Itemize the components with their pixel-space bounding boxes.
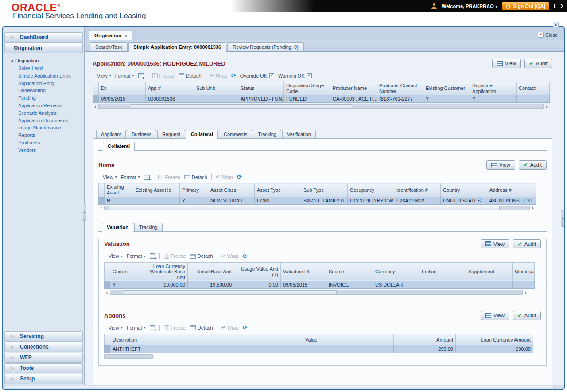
view-button[interactable]: View	[486, 160, 515, 170]
row-selector[interactable]	[99, 197, 105, 204]
column-header-dt[interactable]: Dt	[99, 82, 146, 95]
format-menu[interactable]: Format	[121, 175, 140, 180]
format-menu[interactable]: Format	[127, 325, 146, 330]
audit-button[interactable]: Audit	[519, 160, 547, 170]
refresh-icon[interactable]	[237, 174, 242, 180]
tab-tracking[interactable]: Tracking	[253, 130, 281, 138]
cell[interactable]: INVOICE	[326, 281, 373, 289]
column-header-description[interactable]: Description	[110, 334, 303, 345]
cell[interactable]: 0000001536	[146, 95, 194, 103]
audit-button[interactable]: Audit	[513, 239, 541, 248]
column-header-edition[interactable]: Edition	[419, 262, 466, 281]
refresh-icon[interactable]	[231, 72, 236, 79]
cell[interactable]	[419, 281, 466, 289]
cell[interactable]: APPROVED - FUN...	[238, 95, 284, 103]
cell[interactable]	[303, 345, 394, 353]
cell[interactable]: NEW VEHICLE	[208, 197, 255, 204]
main-tab-search-task[interactable]: Search/Task	[90, 42, 128, 51]
cell[interactable]: US DOLLAR	[373, 281, 419, 289]
view-button[interactable]: View	[492, 59, 521, 68]
tab-comments[interactable]: Comments	[219, 130, 252, 138]
horizontal-scrollbar[interactable]	[93, 103, 549, 109]
cell[interactable]	[513, 281, 535, 289]
audit-button[interactable]: Audit	[524, 59, 552, 68]
scrollbar-thumb[interactable]	[5, 386, 555, 388]
tree-item-producers[interactable]: Producers	[10, 139, 83, 147]
tree-item-image-maintenance[interactable]: Image Maintenance	[10, 124, 83, 132]
scroll-right-icon[interactable]	[523, 290, 528, 295]
column-header-duplicate-application[interactable]: Duplicate Application	[470, 82, 517, 95]
close-tab-icon[interactable]	[124, 33, 128, 38]
wrap-button[interactable]: Wrap	[210, 73, 227, 78]
column-header-address[interactable]: Address #	[487, 183, 536, 197]
export-icon[interactable]	[138, 73, 144, 78]
sidebar-item-origination[interactable]: Origination	[4, 43, 83, 53]
refresh-icon[interactable]	[243, 324, 248, 331]
tab-collateral[interactable]: Collateral	[186, 130, 218, 139]
scroll-left-icon[interactable]	[98, 205, 104, 210]
tab-request[interactable]: Request	[157, 130, 185, 138]
freeze-button[interactable]: Freeze	[152, 73, 175, 78]
column-header-loan-currency-amount[interactable]: Loan Currency Amount	[456, 334, 533, 345]
row-selector[interactable]	[105, 281, 110, 289]
row-selector[interactable]	[93, 95, 99, 103]
column-header-usage-value-amt[interactable]: Usage Value Amt (+)	[234, 262, 281, 281]
cell[interactable]: FUNDED	[284, 95, 330, 103]
cell[interactable]: (818)-761-2277	[377, 95, 423, 103]
table-row[interactable]: NYNEW VEHICLEHOMESINGLE FAMILY H...OCCUP…	[99, 197, 536, 204]
cell[interactable]: Y	[110, 281, 141, 289]
column-header-origination-stage-code[interactable]: Origination Stage Code	[284, 82, 330, 95]
view-menu[interactable]: View	[103, 175, 117, 180]
cell[interactable]: Y	[180, 197, 208, 204]
view-menu[interactable]: View	[109, 253, 123, 259]
tree-item-application-entry[interactable]: Application Entry	[10, 80, 83, 87]
sidebar-item-wfp[interactable]: WFP	[4, 353, 83, 363]
column-header-primary[interactable]: Primary	[180, 183, 208, 197]
detach-button[interactable]: Detach	[190, 325, 213, 330]
tab-valuation[interactable]: Valuation	[102, 223, 133, 232]
column-header-producer-name[interactable]: Producer Name	[330, 82, 377, 95]
refresh-icon[interactable]	[243, 253, 248, 260]
audit-button[interactable]: Audit	[513, 311, 541, 320]
close-button[interactable]: Close	[538, 32, 558, 40]
scrollbar-track[interactable]	[110, 290, 523, 295]
column-header-valuation-dt[interactable]: Valuation Dt	[281, 262, 326, 281]
scroll-left-icon[interactable]	[104, 290, 110, 295]
tab-verification[interactable]: Verification	[282, 130, 316, 138]
cell[interactable]: 09/05/2015	[281, 281, 326, 289]
table-row[interactable]: ANTI THEFT290.00290.00	[105, 345, 533, 353]
scroll-left-icon[interactable]	[93, 104, 98, 109]
column-header-producer-contact-number[interactable]: Producer Contact Number	[377, 82, 423, 95]
sign-out-button[interactable]: Sign Out [QA]	[502, 2, 549, 10]
column-header-existing-asset-id[interactable]: Existing Asset Id	[133, 183, 180, 197]
tree-item-application-retrieval[interactable]: Application Retrieval	[10, 102, 83, 109]
cell[interactable]: 0.00	[234, 281, 281, 289]
freeze-button[interactable]: Freeze	[164, 325, 186, 330]
sidebar-item-tools[interactable]: Tools	[4, 363, 83, 373]
column-header-existing-customer[interactable]: Existing Customer	[423, 82, 470, 95]
cell[interactable]: SINGLE FAMILY H...	[301, 197, 348, 204]
freeze-button[interactable]: Freeze	[164, 253, 186, 259]
cell[interactable]	[133, 197, 180, 204]
main-tab-simple-application-entry-0000001536[interactable]: Simple Application Entry: 0000001536	[128, 42, 227, 52]
cell[interactable]	[517, 95, 550, 103]
row-selector[interactable]	[105, 345, 110, 353]
cell[interactable]: 290.00	[456, 345, 533, 353]
tab-tracking[interactable]: Tracking	[134, 223, 163, 231]
cell[interactable]: CA-00003 : ACE H...	[330, 95, 377, 103]
cell[interactable]: 290.00	[394, 345, 456, 353]
tab-business[interactable]: Business	[127, 130, 156, 138]
view-button[interactable]: View	[481, 311, 509, 320]
tree-node-origination[interactable]: Origination	[10, 57, 83, 65]
detach-button[interactable]: Detach	[179, 73, 202, 78]
scrollbar-thumb[interactable]	[123, 290, 337, 294]
tab-collateral-inner[interactable]: Collateral	[103, 142, 135, 151]
cell[interactable]: HOME	[255, 197, 301, 204]
column-header-status[interactable]: Status	[238, 82, 284, 95]
scrollbar-thumb[interactable]	[109, 206, 500, 210]
tree-item-sales-lead[interactable]: Sales Lead	[10, 65, 83, 72]
horizontal-scrollbar[interactable]	[104, 289, 528, 295]
cell[interactable]: ANTI THEFT	[110, 345, 303, 353]
cell[interactable]	[194, 95, 238, 103]
column-header-existing-asset[interactable]: Existing Asset	[105, 183, 133, 197]
